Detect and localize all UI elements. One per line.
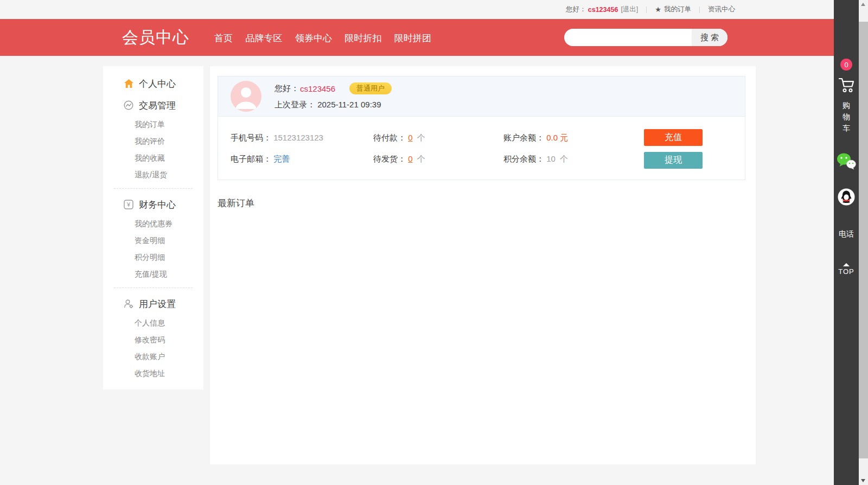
- profile-greeting-label: 您好：: [275, 84, 299, 94]
- home-icon: [124, 79, 134, 88]
- scroll-up-arrow-icon[interactable]: [861, 3, 865, 6]
- nav-coupon-center[interactable]: 领券中心: [295, 32, 332, 44]
- sidebar-item-my-reviews[interactable]: 我的评价: [103, 133, 203, 150]
- svg-text:¥: ¥: [126, 201, 131, 208]
- main-header: 会员中心 首页 品牌专区 领券中心 限时折扣 限时拼团 搜 索: [0, 19, 834, 56]
- avatar[interactable]: [231, 81, 261, 112]
- sidebar-item-my-orders[interactable]: 我的订单: [103, 116, 203, 133]
- pending-payment-unit: 个: [417, 133, 425, 142]
- balance-value: 0.0 元: [546, 133, 568, 142]
- main-content: 您好： cs123456 普通用户 上次登录： 2025-11-21 09:39…: [210, 66, 756, 464]
- sidebar-item-label: 财务中心: [139, 199, 176, 211]
- email-label: 电子邮箱：: [231, 154, 271, 163]
- scrollbar-thumb[interactable]: [859, 22, 868, 458]
- sidebar-item-change-password[interactable]: 修改密码: [103, 331, 203, 348]
- phone-value: 15123123123: [273, 133, 323, 142]
- phone-contact-label[interactable]: 电话: [839, 229, 854, 239]
- withdraw-button[interactable]: 提现: [644, 152, 703, 169]
- site-logo[interactable]: 会员中心: [122, 27, 189, 49]
- sidebar-item-label: 用户设置: [139, 298, 176, 310]
- my-orders-link[interactable]: 我的订单: [664, 5, 691, 14]
- finance-icon: ¥: [124, 200, 134, 209]
- sidebar-item-personal-center[interactable]: 个人中心: [103, 73, 203, 94]
- points-label: 积分余额：: [503, 154, 544, 163]
- pending-ship-label: 待发货：: [373, 154, 406, 163]
- page-scrollbar[interactable]: [859, 0, 868, 485]
- last-login-label: 上次登录：: [275, 100, 315, 109]
- topbar-username[interactable]: cs123456: [588, 6, 618, 14]
- nav-group-buy[interactable]: 限时拼团: [394, 32, 431, 44]
- sidebar-item-finance-center[interactable]: ¥ 财务中心: [103, 194, 203, 215]
- search-input[interactable]: [564, 29, 692, 46]
- email-complete-link[interactable]: 完善: [273, 154, 290, 163]
- points-value: 10: [546, 154, 556, 163]
- divider: [114, 288, 193, 288]
- sidebar-item-label: 交易管理: [139, 99, 176, 112]
- divider: [114, 188, 193, 189]
- pending-payment-count[interactable]: 0: [408, 133, 412, 142]
- divider: [646, 7, 647, 13]
- wechat-icon[interactable]: [837, 152, 856, 172]
- transactions-icon: [124, 100, 134, 110]
- pending-payment-label: 待付款：: [373, 133, 406, 142]
- sidebar-item-my-favorites[interactable]: 我的收藏: [103, 150, 203, 167]
- sidebar-item-my-coupons[interactable]: 我的优惠券: [103, 215, 203, 232]
- sidebar-item-fund-details[interactable]: 资金明细: [103, 232, 203, 249]
- top-label: TOP: [838, 267, 854, 276]
- profile-box: 您好： cs123456 普通用户 上次登录： 2025-11-21 09:39…: [218, 76, 745, 180]
- balance-label: 账户余额：: [503, 133, 544, 142]
- nav-home[interactable]: 首页: [214, 32, 233, 44]
- sidebar-item-payment-account[interactable]: 收款账户: [103, 348, 203, 365]
- account-summary: 手机号码： 15123123123 电子邮箱： 完善 待付款： 0 个 待发货：…: [218, 116, 745, 180]
- back-to-top-button[interactable]: TOP: [838, 263, 854, 276]
- sidebar: 个人中心 交易管理 我的订单 我的评价 我的收藏 退款/退货 ¥ 财务中心 我的…: [103, 66, 203, 390]
- up-arrow-icon: [843, 263, 850, 266]
- logout-link[interactable]: [退出]: [621, 5, 638, 14]
- cart-count-badge[interactable]: 0: [840, 59, 852, 71]
- profile-info: 您好： cs123456 普通用户 上次登录： 2025-11-21 09:39: [275, 82, 392, 110]
- cart-icon[interactable]: [838, 77, 855, 95]
- sidebar-item-recharge-withdraw[interactable]: 充值/提现: [103, 266, 203, 283]
- sidebar-item-refund-return[interactable]: 退款/退货: [103, 167, 203, 183]
- search-box: 搜 索: [564, 29, 727, 46]
- recharge-button[interactable]: 充值: [644, 129, 703, 146]
- points-unit: 个: [560, 154, 568, 163]
- sidebar-item-label: 个人中心: [139, 78, 176, 90]
- profile-username: cs123456: [300, 84, 335, 93]
- main-nav: 首页 品牌专区 领券中心 限时折扣 限时拼团: [214, 32, 442, 44]
- last-login-value: 2025-11-21 09:39: [317, 100, 381, 109]
- user-settings-icon: [124, 299, 134, 309]
- sidebar-item-user-settings[interactable]: 用户设置: [103, 293, 203, 315]
- topbar: 您好：cs123456 [退出] ★ 我的订单 资讯中心: [0, 0, 834, 19]
- phone-label: 手机号码：: [231, 133, 271, 142]
- latest-orders-title: 最新订单: [218, 197, 254, 209]
- sidebar-item-shipping-address[interactable]: 收货地址: [103, 365, 203, 382]
- divider: [699, 7, 700, 13]
- pending-ship-unit: 个: [417, 154, 425, 163]
- nav-brand-zone[interactable]: 品牌专区: [245, 32, 282, 44]
- cart-label[interactable]: 购物车: [842, 100, 851, 134]
- sidebar-item-points-details[interactable]: 积分明细: [103, 249, 203, 266]
- profile-header: 您好： cs123456 普通用户 上次登录： 2025-11-21 09:39: [218, 76, 745, 116]
- greeting-text: 您好：: [566, 5, 586, 14]
- pending-ship-count[interactable]: 0: [408, 154, 412, 163]
- nav-flash-discount[interactable]: 限时折扣: [344, 32, 381, 44]
- sidebar-item-trade-management[interactable]: 交易管理: [103, 94, 203, 116]
- side-toolbar: 0 购物车 电话 TOP: [834, 0, 859, 485]
- search-button[interactable]: 搜 索: [692, 29, 727, 46]
- star-icon: ★: [655, 5, 661, 14]
- scroll-down-arrow-icon[interactable]: [861, 479, 865, 482]
- news-center-link[interactable]: 资讯中心: [708, 5, 735, 14]
- qq-icon[interactable]: [838, 188, 855, 208]
- sidebar-item-personal-info[interactable]: 个人信息: [103, 315, 203, 331]
- user-level-badge: 普通用户: [349, 82, 392, 94]
